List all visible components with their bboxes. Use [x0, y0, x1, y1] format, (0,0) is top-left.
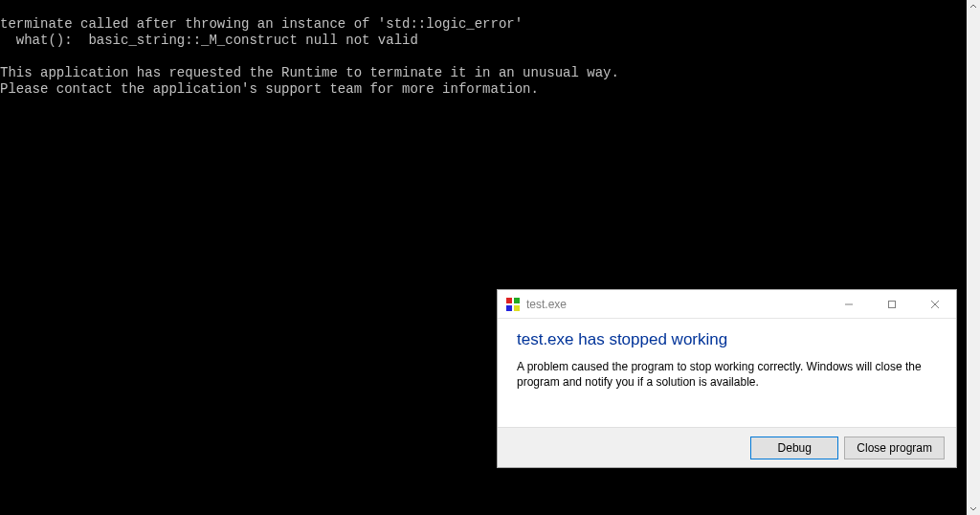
dialog-title: test.exe — [526, 298, 827, 311]
dialog-body: A problem caused the program to stop wor… — [517, 359, 937, 390]
scroll-down-arrow-icon[interactable] — [967, 502, 980, 515]
svg-rect-3 — [514, 305, 520, 311]
dialog-heading: test.exe has stopped working — [517, 330, 937, 349]
svg-rect-1 — [514, 298, 520, 303]
console-line: terminate called after throwing an insta… — [0, 16, 523, 32]
dialog-titlebar[interactable]: test.exe — [498, 290, 956, 319]
dialog-content: test.exe has stopped working A problem c… — [498, 319, 956, 427]
console-line: Please contact the application's support… — [0, 81, 539, 97]
dialog-footer: Debug Close program — [498, 427, 956, 467]
debug-button[interactable]: Debug — [750, 437, 838, 459]
close-program-button[interactable]: Close program — [844, 437, 945, 459]
console-line: This application has requested the Runti… — [0, 65, 619, 80]
error-dialog: test.exe test.exe has stopped working A … — [497, 289, 957, 468]
svg-rect-0 — [506, 298, 512, 303]
vertical-scrollbar[interactable] — [967, 0, 980, 515]
svg-rect-5 — [888, 301, 895, 307]
maximize-button[interactable] — [870, 290, 913, 318]
console-line: what(): basic_string::_M_construct null … — [0, 33, 418, 48]
close-button[interactable] — [913, 290, 956, 318]
scroll-up-arrow-icon[interactable] — [967, 0, 980, 13]
svg-rect-2 — [506, 305, 512, 311]
app-icon — [505, 297, 521, 312]
minimize-button[interactable] — [827, 290, 870, 318]
